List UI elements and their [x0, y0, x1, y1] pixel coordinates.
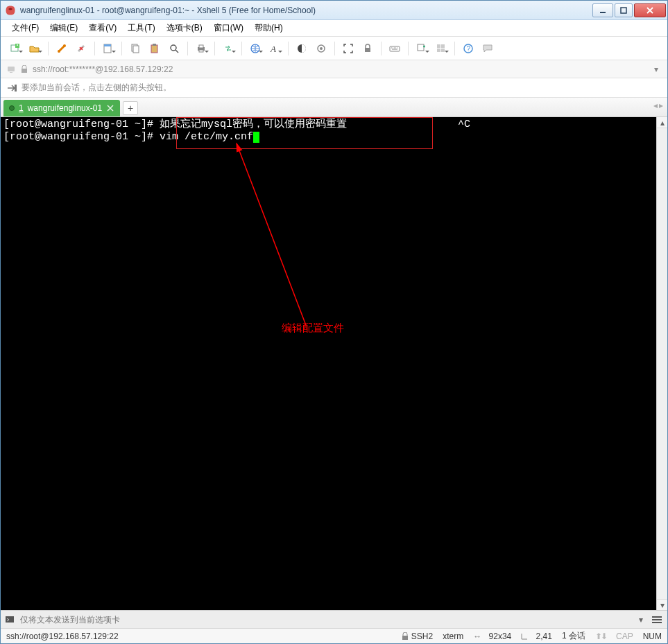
keyboard-button[interactable]: [386, 40, 404, 58]
svg-point-12: [171, 45, 176, 51]
tab-nav: ◂ ▸: [653, 101, 663, 110]
separator: [288, 42, 289, 55]
lock-icon: [20, 65, 28, 73]
tab-next-button[interactable]: ▸: [659, 101, 663, 110]
print-button[interactable]: [192, 40, 210, 58]
titlebar[interactable]: wangruifenglinux-01 - root@wangruifeng-0…: [1, 1, 667, 20]
close-button[interactable]: [634, 3, 666, 17]
new-tab-button[interactable]: +: [123, 101, 138, 115]
paste-button[interactable]: [146, 40, 164, 58]
status-arrows: ⬆⬇: [595, 632, 606, 641]
feedback-button[interactable]: [479, 40, 497, 58]
tab-index: 1: [19, 103, 24, 113]
separator: [121, 42, 122, 55]
separator: [187, 42, 188, 55]
address-dropdown[interactable]: ▾: [651, 64, 662, 74]
send-menu-button[interactable]: [651, 616, 663, 624]
separator: [241, 42, 242, 55]
svg-text:?: ?: [467, 45, 471, 53]
separator: [381, 42, 382, 55]
status-proto: SSH2: [402, 632, 433, 641]
menu-tools[interactable]: 工具(T): [123, 21, 159, 35]
status-cursor: 2,41: [521, 632, 552, 641]
separator: [454, 42, 455, 55]
status-cap: CAP: [616, 632, 633, 641]
hint-text: 要添加当前会话，点击左侧的箭头按钮。: [22, 82, 171, 94]
address-bar: ssh://root:********@192.168.57.129:22 ▾: [1, 60, 667, 78]
svg-rect-7: [104, 44, 111, 46]
svg-rect-25: [441, 44, 445, 48]
svg-rect-0: [600, 12, 606, 13]
send-input[interactable]: [20, 613, 631, 626]
hint-arrow-icon[interactable]: [6, 83, 17, 93]
status-connection: ssh://root@192.168.57.129:22: [6, 632, 392, 641]
tab-close-icon[interactable]: [106, 104, 114, 112]
app-window: wangruifenglinux-01 - root@wangruifeng-0…: [0, 0, 668, 644]
svg-rect-23: [418, 44, 424, 51]
svg-rect-36: [402, 636, 408, 640]
menu-view[interactable]: 查看(V): [85, 21, 121, 35]
svg-point-20: [320, 47, 323, 50]
svg-rect-11: [153, 44, 156, 46]
minimize-button[interactable]: [592, 3, 613, 17]
menu-window[interactable]: 窗口(W): [209, 21, 248, 35]
new-window-button[interactable]: [413, 40, 431, 58]
svg-rect-35: [6, 616, 14, 623]
scroll-down-button[interactable]: ▾: [657, 599, 667, 610]
open-session-button[interactable]: [26, 40, 44, 58]
scroll-track[interactable]: [657, 128, 667, 599]
svg-rect-21: [365, 48, 370, 52]
svg-point-5: [63, 44, 66, 47]
highlight-button[interactable]: [312, 40, 330, 58]
svg-rect-14: [199, 45, 203, 48]
app-icon: [5, 5, 16, 16]
font-button[interactable]: A: [266, 40, 284, 58]
window-buttons: [591, 3, 666, 17]
copy-button[interactable]: [126, 40, 144, 58]
terminal-pane[interactable]: [root@wangruifeng-01 ~]# 如果忘记mysql密码，可以使…: [1, 117, 667, 610]
terminal[interactable]: [root@wangruifeng-01 ~]# 如果忘记mysql密码，可以使…: [1, 117, 656, 610]
separator: [214, 42, 215, 55]
svg-point-4: [58, 50, 60, 53]
menu-file[interactable]: 文件(F): [8, 21, 43, 35]
tab-status-icon: [9, 105, 15, 111]
scroll-up-button[interactable]: ▴: [657, 117, 667, 128]
new-session-button[interactable]: [6, 40, 24, 58]
help-button[interactable]: ?: [459, 40, 477, 58]
tab-bar: 1 wangruifenglinux-01 + ◂ ▸: [1, 98, 667, 117]
svg-rect-27: [441, 49, 445, 52]
svg-rect-32: [22, 69, 27, 73]
lock-button[interactable]: [359, 40, 377, 58]
tab-active[interactable]: 1 wangruifenglinux-01: [3, 100, 120, 116]
fullscreen-button[interactable]: [339, 40, 357, 58]
svg-text:A: A: [270, 44, 276, 54]
transfer-button[interactable]: [219, 40, 237, 58]
menu-edit[interactable]: 编辑(E): [46, 21, 82, 35]
address-host-icon: [6, 64, 16, 74]
language-button[interactable]: [246, 40, 264, 58]
menu-tabs[interactable]: 选项卡(B): [162, 21, 207, 35]
tab-prev-button[interactable]: ◂: [653, 101, 658, 110]
status-term: xterm: [443, 632, 463, 641]
cursor: [253, 132, 259, 143]
send-bar: ▾: [1, 610, 667, 628]
status-bar: ssh://root@192.168.57.129:22 SSH2 xterm …: [1, 628, 667, 643]
address-url[interactable]: ssh://root:********@192.168.57.129:22: [33, 64, 646, 74]
reconnect-button[interactable]: [53, 40, 71, 58]
find-button[interactable]: [165, 40, 183, 58]
tile-button[interactable]: [432, 40, 450, 58]
svg-rect-33: [15, 85, 17, 92]
svg-rect-31: [10, 72, 12, 73]
separator: [48, 42, 49, 55]
properties-button[interactable]: [99, 40, 117, 58]
status-size: ↔ 92x34: [473, 632, 511, 641]
menu-help[interactable]: 帮助(H): [250, 21, 287, 35]
send-options-button[interactable]: ▾: [635, 615, 646, 625]
terminal-line2-cmd: vim /etc/my.cnf: [160, 131, 253, 143]
terminal-line1-tail: ^C: [458, 119, 470, 130]
maximize-button[interactable]: [615, 3, 633, 17]
disconnect-button[interactable]: [72, 40, 90, 58]
svg-rect-9: [133, 46, 139, 53]
terminal-scrollbar[interactable]: ▴ ▾: [656, 117, 667, 610]
color-scheme-button[interactable]: [293, 40, 311, 58]
